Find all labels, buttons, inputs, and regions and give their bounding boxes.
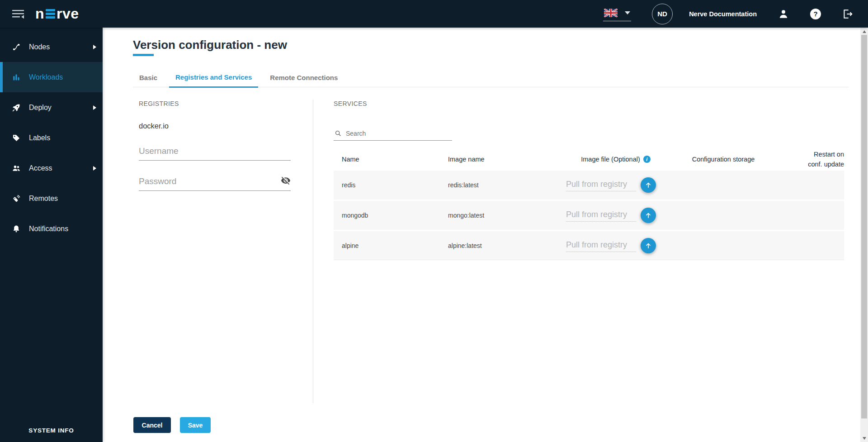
image-file-cell <box>558 177 674 193</box>
toggle-password-visibility-button[interactable] <box>281 176 291 187</box>
column-header-restart: Restart on conf. update <box>773 149 844 170</box>
services-heading: SERVICES <box>334 100 844 107</box>
main-content: Version configuration - new Basic Regist… <box>103 28 860 442</box>
caret-down-icon <box>625 11 630 14</box>
user-icon <box>778 8 789 20</box>
image-file-cell <box>558 238 674 253</box>
notifications-bell-icon <box>12 224 21 233</box>
sidebar-item-notifications[interactable]: Notifications <box>0 214 103 244</box>
nodes-icon <box>12 43 21 52</box>
sidebar-item-access[interactable]: Access <box>0 153 103 183</box>
nerve-logo: n rve <box>35 5 79 22</box>
sidebar-item-labels[interactable]: Labels <box>0 123 103 153</box>
chevron-right-icon <box>93 45 96 49</box>
tab-remote-connections[interactable]: Remote Connections <box>264 74 344 87</box>
password-field-wrap <box>139 175 291 191</box>
vertical-scrollbar[interactable] <box>860 28 868 442</box>
access-users-icon <box>12 164 21 173</box>
scroll-up-button[interactable] <box>860 28 868 35</box>
tab-basic[interactable]: Basic <box>133 74 164 87</box>
column-header-name: Name <box>334 156 440 163</box>
hamburger-icon <box>12 9 25 19</box>
registries-panel: REGISTRIES docker.io <box>139 100 291 191</box>
sidebar-footer-system-info[interactable]: SYSTEM INFO <box>0 427 103 434</box>
sidebar-item-remotes[interactable]: Remotes <box>0 183 103 214</box>
menu-toggle-button[interactable] <box>12 9 25 19</box>
table-row-alpine: alpine alpine:latest <box>334 231 844 260</box>
panel-divider <box>313 100 313 403</box>
service-name-cell: mongodb <box>334 212 440 219</box>
upload-arrow-icon <box>644 242 652 250</box>
tab-bar: Basic Registries and Services Remote Con… <box>133 72 849 87</box>
deploy-rocket-icon <box>12 103 21 112</box>
labels-tag-icon <box>12 133 21 143</box>
sidebar-item-label: Notifications <box>29 225 68 233</box>
service-name-cell: redis <box>334 181 440 189</box>
column-header-image-file: Image file (Optional) i <box>558 156 674 163</box>
cancel-button[interactable]: Cancel <box>133 417 171 433</box>
chevron-right-icon <box>93 105 96 110</box>
image-file-input[interactable] <box>566 209 636 222</box>
page-title: Version configuration - new <box>133 38 287 52</box>
table-row-redis: redis redis:latest <box>334 171 844 200</box>
column-header-image-name: Image name <box>440 156 558 163</box>
services-panel: SERVICES Name Image name Image file (Opt… <box>334 100 844 261</box>
sidebar-item-label: Access <box>29 164 52 172</box>
save-button[interactable]: Save <box>180 417 211 433</box>
image-name-cell: mongo:latest <box>440 212 558 219</box>
logo-e-bars-icon <box>46 9 55 19</box>
logo-prefix: n <box>35 5 44 22</box>
sidebar-item-workloads[interactable]: Workloads <box>0 62 103 92</box>
user-profile-button[interactable] <box>778 8 789 20</box>
password-input[interactable] <box>139 175 291 191</box>
image-file-cell <box>558 208 674 223</box>
sidebar-item-deploy[interactable]: Deploy <box>0 92 103 123</box>
service-name-cell: alpine <box>334 242 440 249</box>
scroll-down-icon <box>863 437 866 440</box>
registries-heading: REGISTRIES <box>139 100 291 107</box>
image-file-input[interactable] <box>566 239 636 252</box>
workloads-icon <box>12 73 21 82</box>
remotes-icon <box>12 194 21 203</box>
sidebar-item-label: Labels <box>29 134 50 142</box>
info-icon[interactable]: i <box>643 156 651 163</box>
logo-suffix: rve <box>57 5 79 22</box>
user-avatar[interactable]: ND <box>652 4 673 24</box>
image-name-cell: alpine:latest <box>440 242 558 249</box>
table-header: Name Image name Image file (Optional) i … <box>334 148 844 171</box>
language-select[interactable] <box>603 7 631 21</box>
search-icon <box>335 130 342 137</box>
table-row-mongodb: mongodb mongo:latest <box>334 201 844 230</box>
logout-button[interactable] <box>842 8 854 20</box>
tab-registries-and-services[interactable]: Registries and Services <box>169 73 258 88</box>
search-field <box>334 129 452 141</box>
scrollbar-thumb[interactable] <box>861 35 867 418</box>
eye-off-icon <box>281 176 291 185</box>
topbar: n rve ND Nerve Documentation ? <box>0 0 868 28</box>
sidebar-item-label: Remotes <box>29 195 58 203</box>
upload-image-button[interactable] <box>641 238 656 253</box>
upload-arrow-icon <box>644 211 652 219</box>
sidebar-item-label: Workloads <box>29 73 63 81</box>
image-name-cell: redis:latest <box>440 181 558 189</box>
column-header-configuration-storage: Configuration storage <box>674 156 773 163</box>
sidebar-item-nodes[interactable]: Nodes <box>0 32 103 62</box>
upload-image-button[interactable] <box>641 208 656 223</box>
image-file-input[interactable] <box>566 179 636 191</box>
scroll-down-button[interactable] <box>860 434 868 442</box>
upload-image-button[interactable] <box>641 177 656 193</box>
title-underline <box>133 54 154 56</box>
registry-name: docker.io <box>139 122 291 130</box>
username-input[interactable] <box>139 144 291 161</box>
search-input[interactable] <box>346 130 445 137</box>
chevron-right-icon <box>93 166 96 171</box>
help-icon: ? <box>810 9 821 19</box>
documentation-link[interactable]: Nerve Documentation <box>689 10 757 18</box>
sidebar: Nodes Workloads Deploy <box>0 28 103 442</box>
column-header-image-file-label: Image file (Optional) <box>581 156 640 163</box>
scroll-up-icon <box>863 30 866 33</box>
column-header-restart-label: Restart on conf. update <box>802 149 844 170</box>
logout-icon <box>842 8 854 20</box>
help-button[interactable]: ? <box>810 9 821 19</box>
sidebar-item-label: Deploy <box>29 104 52 112</box>
